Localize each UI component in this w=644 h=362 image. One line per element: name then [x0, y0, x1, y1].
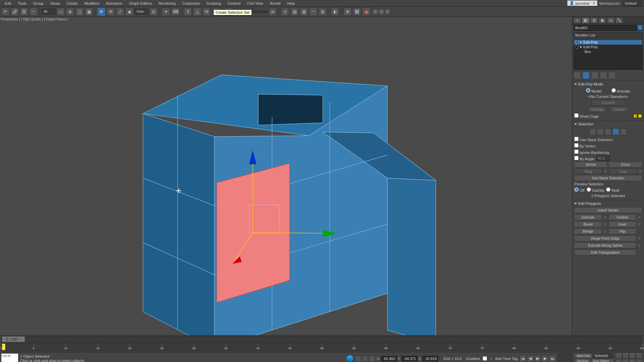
- menu-create[interactable]: Create: [63, 1, 81, 6]
- expand-icon[interactable]: [580, 46, 582, 48]
- selection-lock-button[interactable]: [362, 356, 368, 362]
- hinge-settings-button[interactable]: [637, 236, 641, 240]
- by-angle-checkbox[interactable]: By Angle:: [574, 156, 595, 161]
- inset-settings-button[interactable]: [637, 222, 641, 226]
- menu-group[interactable]: Group: [30, 1, 47, 6]
- edit-tri-button[interactable]: Edit Triangulation: [574, 249, 636, 255]
- rollout-title[interactable]: Selection: [578, 122, 593, 126]
- shrink-button[interactable]: Shrink: [574, 162, 607, 168]
- preview-multi-radio[interactable]: Multi: [606, 187, 619, 192]
- goto-end-button[interactable]: ⏭: [549, 355, 556, 362]
- link-button[interactable]: 🔗: [11, 8, 19, 16]
- play-button[interactable]: ▶: [534, 355, 541, 362]
- tab-motion[interactable]: ◉: [599, 17, 606, 23]
- x-value-field[interactable]: 82.462: [381, 356, 397, 361]
- material-editor-button[interactable]: ◐: [331, 8, 339, 16]
- prev-frame-button[interactable]: ◀: [527, 355, 534, 362]
- preview-subobj-radio[interactable]: SubObj: [587, 187, 604, 192]
- edge-level-button[interactable]: [597, 128, 604, 135]
- account-dropdown[interactable]: 👤 pyroskat ▾: [567, 0, 597, 6]
- outline-settings-button[interactable]: [637, 215, 641, 219]
- time-ruler[interactable]: 0510152025303540455055606570758085909510…: [1, 343, 643, 351]
- percent-snap-button[interactable]: %: [203, 8, 211, 16]
- tab-create[interactable]: +: [574, 17, 581, 23]
- next-frame-button[interactable]: ▶: [542, 355, 548, 362]
- hinge-button[interactable]: Hinge From Edge: [574, 235, 636, 241]
- object-color-swatch[interactable]: [637, 25, 643, 30]
- zoom-button[interactable]: [623, 352, 629, 358]
- extrude-spline-settings-button[interactable]: [637, 243, 641, 247]
- angle-snap-button[interactable]: △: [193, 8, 201, 16]
- maximize-viewport-button[interactable]: [629, 359, 635, 362]
- get-stack-selection-button[interactable]: Get Stack Selection: [574, 175, 642, 181]
- select-object-button[interactable]: ▭: [57, 8, 65, 16]
- polygon-level-button[interactable]: [612, 128, 619, 135]
- key-filters-button[interactable]: Key Filters...: [591, 359, 614, 362]
- pin-stack-button[interactable]: [574, 72, 581, 79]
- inset-button[interactable]: Inset: [609, 221, 637, 227]
- menu-help[interactable]: Help: [284, 1, 298, 6]
- auto-key-button[interactable]: Auto Key: [575, 353, 592, 358]
- undo-button[interactable]: ↶: [1, 8, 9, 16]
- flip-button[interactable]: Flip: [609, 228, 637, 234]
- bevel-settings-button[interactable]: [603, 222, 607, 226]
- commit-button[interactable]: Commit: [591, 100, 625, 106]
- settings-button[interactable]: Settings: [587, 106, 607, 112]
- border-level-button[interactable]: [605, 128, 611, 135]
- window-crossing-button[interactable]: ▦: [85, 8, 93, 16]
- select-and-rotate-button[interactable]: ⟳: [107, 8, 115, 16]
- stack-item-box[interactable]: Box: [574, 49, 642, 54]
- layer-explorer-button[interactable]: ▤: [290, 8, 299, 16]
- cage-colors[interactable]: [633, 114, 642, 118]
- select-by-name-button[interactable]: ≣: [66, 8, 74, 16]
- modifier-list-dropdown[interactable]: Modifier List: [574, 32, 643, 38]
- z-value-field[interactable]: 32.819: [422, 356, 438, 361]
- configure-sets-button[interactable]: [608, 72, 616, 79]
- by-vertex-checkbox[interactable]: By Vertex: [574, 143, 595, 148]
- object-name-field[interactable]: Box001: [574, 25, 637, 31]
- menu-arnold[interactable]: Arnold: [266, 1, 284, 6]
- tab-modify[interactable]: ◐: [582, 17, 589, 23]
- bind-button[interactable]: 〰: [30, 8, 38, 16]
- use-stack-selection-checkbox[interactable]: Use Stack Selection: [574, 137, 613, 142]
- loop-button[interactable]: Loop: [609, 168, 637, 174]
- expand-icon[interactable]: [580, 41, 582, 44]
- rollout-title[interactable]: Edit Poly Mode: [578, 82, 603, 86]
- select-and-scale-button[interactable]: ⤢: [116, 8, 124, 16]
- align-button[interactable]: ≡: [281, 8, 289, 16]
- menu-edit[interactable]: Edit: [1, 1, 14, 6]
- visibility-toggle-icon[interactable]: [575, 45, 579, 49]
- insert-vertex-button[interactable]: Insert Vertex: [574, 207, 642, 213]
- extrude-button[interactable]: Extrude: [574, 214, 602, 220]
- bridge-settings-button[interactable]: [603, 229, 607, 233]
- use-pivot-button[interactable]: ⊡: [150, 8, 158, 16]
- key-target-dropdown[interactable]: Selected: [593, 353, 613, 358]
- menu-animation[interactable]: Animation: [103, 1, 126, 6]
- select-and-manipulate-button[interactable]: ✦: [162, 8, 170, 16]
- zoom-extents-button[interactable]: [629, 352, 635, 358]
- bevel-button[interactable]: Bevel: [574, 221, 602, 227]
- menu-content[interactable]: Content: [224, 1, 244, 6]
- stack-item-edit-poly-1[interactable]: Edit Poly: [574, 40, 642, 45]
- viewport[interactable]: Perspective ] [ High Quality ] [ Edged F…: [0, 17, 572, 335]
- show-cage-checkbox[interactable]: Show Cage: [574, 113, 599, 118]
- menu-civil-view[interactable]: Civil View: [244, 1, 266, 6]
- select-and-place-button[interactable]: ◉: [125, 8, 133, 16]
- tag-icon[interactable]: [489, 357, 493, 361]
- selection-filter-dropdown[interactable]: All: [42, 9, 55, 14]
- keyboard-shortcut-button[interactable]: ⌨: [171, 8, 179, 16]
- by-angle-spinner[interactable]: [597, 156, 610, 161]
- reference-coord-dropdown[interactable]: View: [135, 9, 148, 14]
- rect-region-button[interactable]: ▢: [75, 8, 84, 16]
- menu-customize[interactable]: Customize: [179, 1, 203, 6]
- schematic-view-button[interactable]: ⊞: [319, 8, 327, 16]
- make-unique-button[interactable]: [591, 72, 598, 79]
- visibility-toggle-icon[interactable]: [575, 40, 579, 44]
- pan-view-button[interactable]: [616, 352, 622, 358]
- goto-start-button[interactable]: ⏮: [520, 355, 526, 362]
- walk-through-button[interactable]: [636, 359, 642, 362]
- workspaces-dropdown[interactable]: Default: [623, 1, 643, 6]
- orbit-button[interactable]: [623, 359, 629, 362]
- render-button[interactable]: 🫖: [362, 8, 370, 16]
- unlink-button[interactable]: ⛓: [20, 8, 28, 16]
